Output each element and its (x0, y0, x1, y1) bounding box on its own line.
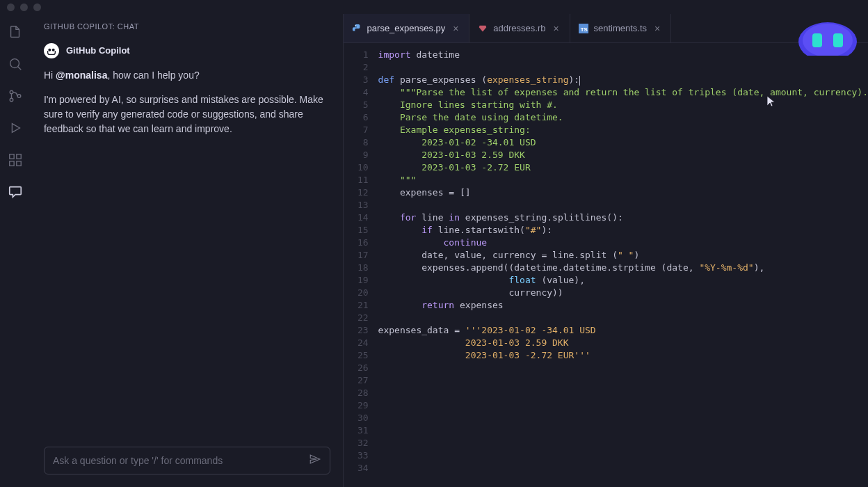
tab-label: sentiments.ts (594, 23, 648, 33)
chat-greeting-pre: Hi (44, 70, 56, 81)
close-icon[interactable]: × (451, 24, 460, 33)
svg-point-3 (10, 98, 14, 102)
chat-greeting-post: , how can I help you? (107, 70, 199, 81)
tab-label: addresses.rb (493, 23, 545, 33)
editor-tabs: parse_expenses.py×addresses.rb×TSsentime… (344, 14, 868, 43)
svg-rect-8 (10, 161, 14, 166)
titlebar (0, 0, 868, 14)
extensions-icon[interactable] (7, 152, 24, 168)
chat-greeting: Hi @monalisa, how can I help you? (44, 68, 330, 83)
line-gutter: 1234567891011121314151617181920212223242… (344, 49, 378, 487)
svg-text:TS: TS (580, 26, 587, 32)
chat-input-container[interactable] (44, 447, 330, 474)
tab-label: parse_expenses.py (367, 23, 446, 33)
svg-point-4 (18, 95, 22, 98)
svg-point-0 (10, 59, 19, 68)
svg-rect-6 (10, 154, 14, 159)
svg-point-12 (355, 25, 355, 26)
tab-addresses-rb[interactable]: addresses.rb× (469, 14, 570, 42)
chat-sender-row: GitHub Copilot (44, 43, 330, 58)
close-icon[interactable]: × (652, 24, 662, 33)
chat-mention: @monalisa (56, 70, 107, 81)
window-close-dot[interactable] (7, 3, 15, 11)
copilot-avatar-icon (44, 43, 59, 58)
window-max-dot[interactable] (33, 3, 41, 11)
code-editor[interactable]: 1234567891011121314151617181920212223242… (344, 43, 868, 487)
editor-area: parse_expenses.py×addresses.rb×TSsentime… (344, 14, 868, 487)
chat-panel-title: GITHUB COPILOT: CHAT (31, 14, 343, 36)
search-icon[interactable] (7, 56, 24, 72)
svg-marker-5 (13, 124, 20, 133)
svg-point-11 (52, 49, 55, 51)
code-content[interactable]: import datetime def parse_expenses (expe… (378, 49, 868, 487)
svg-point-2 (10, 90, 14, 94)
chat-icon[interactable] (7, 184, 24, 200)
source-control-icon[interactable] (7, 88, 24, 104)
window-min-dot[interactable] (20, 3, 28, 11)
close-icon[interactable]: × (552, 24, 561, 33)
chat-panel: GITHUB COPILOT: CHAT GitHub Copilot Hi @… (31, 14, 344, 487)
chat-sender-name: GitHub Copilot (66, 44, 130, 58)
svg-line-1 (18, 67, 22, 70)
tab-sentiments-ts[interactable]: TSsentiments.ts× (570, 14, 672, 42)
chat-disclaimer: I'm powered by AI, so surprises and mist… (44, 93, 330, 136)
activity-bar (0, 14, 31, 487)
svg-rect-7 (17, 154, 21, 159)
svg-rect-9 (17, 161, 21, 166)
tab-parse_expenses-py[interactable]: parse_expenses.py× (344, 14, 470, 42)
run-debug-icon[interactable] (7, 120, 24, 136)
files-icon[interactable] (7, 24, 24, 40)
send-icon[interactable] (309, 453, 321, 468)
chat-input[interactable] (53, 455, 303, 466)
svg-point-10 (48, 49, 51, 51)
